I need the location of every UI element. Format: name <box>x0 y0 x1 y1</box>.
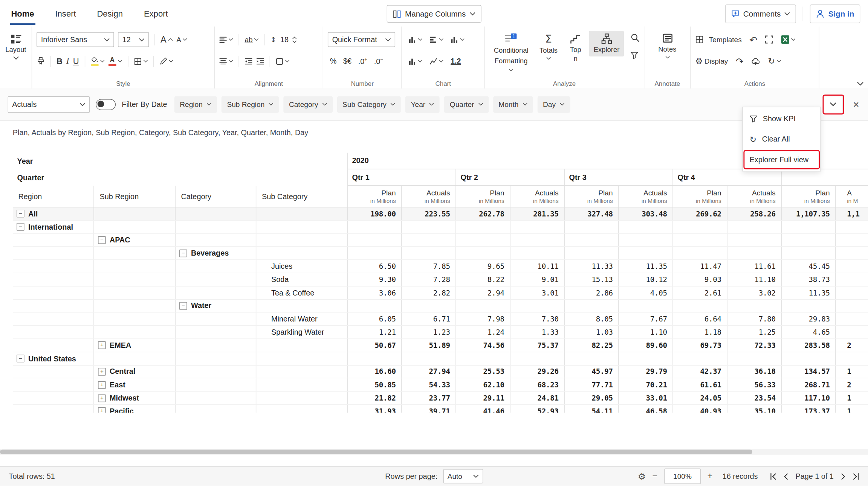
next-page-button[interactable] <box>840 473 847 480</box>
menu-item-label: Explorer Full view <box>750 155 809 164</box>
collapse-icon[interactable]: − <box>17 223 24 231</box>
filter-pill-day[interactable]: Day <box>537 96 570 113</box>
filter-pill-month[interactable]: Month <box>493 96 533 113</box>
search-icon[interactable] <box>631 33 640 42</box>
horizontal-align-button[interactable] <box>219 57 233 65</box>
collapse-icon[interactable]: − <box>98 236 106 244</box>
layout-button[interactable]: Layout <box>5 32 27 61</box>
clear-format-button[interactable] <box>159 57 173 65</box>
font-size-select[interactable]: 12 <box>118 32 149 47</box>
measure-select[interactable]: Actuals <box>8 96 90 113</box>
first-page-button[interactable] <box>770 473 776 480</box>
underline-button[interactable]: U <box>73 56 79 66</box>
value-cell <box>348 234 402 246</box>
spark-chart-button[interactable] <box>408 57 422 65</box>
tab-design[interactable]: Design <box>96 2 124 25</box>
last-page-button[interactable] <box>853 473 859 480</box>
filter-pill-category[interactable]: Category <box>283 96 332 113</box>
filter-pill-region[interactable]: Region <box>174 96 217 113</box>
sign-in-button[interactable]: Sign in <box>810 5 860 23</box>
redo-icon[interactable]: ↷ <box>736 56 744 67</box>
previous-page-button[interactable] <box>783 473 789 480</box>
zoom-in-button[interactable]: + <box>708 471 713 481</box>
value-cell: 1.18 <box>673 326 727 338</box>
line-chart-button[interactable] <box>429 57 443 65</box>
collapse-ribbon-icon[interactable] <box>857 82 864 85</box>
fill-color-button[interactable] <box>91 56 105 66</box>
rows-per-page-select[interactable]: Auto <box>443 469 483 483</box>
column-chart-button[interactable] <box>408 36 422 44</box>
totals-button[interactable]: Σ Totals <box>535 31 562 61</box>
filter-pill-year[interactable]: Year <box>405 96 440 113</box>
indent-button[interactable] <box>256 57 264 65</box>
collapse-icon[interactable]: − <box>17 210 24 218</box>
collapse-icon[interactable]: − <box>179 302 187 310</box>
conditional-formatting-button[interactable]: Conditional Formatting <box>489 31 533 76</box>
dim-cell <box>94 300 176 312</box>
collapse-icon[interactable]: − <box>179 249 187 257</box>
abbreviate-button[interactable]: ab <box>245 35 258 44</box>
row-height-stepper[interactable] <box>292 36 297 43</box>
currency-button[interactable]: $€ <box>343 57 351 65</box>
scrollbar-thumb[interactable] <box>0 450 753 454</box>
format-painter-button[interactable] <box>37 57 45 65</box>
gear-icon: ⚙ <box>695 56 703 66</box>
expand-icon[interactable]: + <box>98 394 106 402</box>
zoom-level[interactable]: 100% <box>664 469 701 484</box>
decrease-font-button[interactable]: A <box>176 35 187 44</box>
value-cell: 134.57 <box>782 366 836 378</box>
filter-pill-sub-region[interactable]: Sub Region <box>222 96 279 113</box>
decimal-display-button[interactable]: 1.2 <box>451 57 461 65</box>
outdent-button[interactable] <box>245 57 252 65</box>
expand-icon[interactable]: + <box>98 368 106 376</box>
expand-icon[interactable]: + <box>98 407 106 413</box>
columns-icon <box>393 10 401 18</box>
settings-gear-icon[interactable]: ⚙ <box>638 471 646 481</box>
comments-button[interactable]: Comments <box>725 5 796 23</box>
undo-icon[interactable]: ↶ <box>749 34 757 45</box>
filter-icon[interactable] <box>631 52 639 59</box>
close-explorer-button[interactable]: × <box>852 98 860 110</box>
refresh-button[interactable]: ↻ <box>768 56 781 66</box>
tab-home[interactable]: Home <box>10 2 35 25</box>
filter-pill-sub-category[interactable]: Sub Category <box>337 96 401 113</box>
quick-format-select[interactable]: Quick Format <box>328 32 395 47</box>
increase-decimal-button[interactable]: .0+ <box>358 56 367 66</box>
menu-item-explorer-full-view[interactable]: Explorer Full view <box>743 149 821 170</box>
row-height-value[interactable]: 18 <box>280 35 289 44</box>
tab-export[interactable]: Export <box>143 2 169 25</box>
pill-label: Month <box>498 100 518 108</box>
display-button[interactable]: ⚙Display <box>695 56 728 66</box>
borders-button[interactable] <box>134 57 148 65</box>
filter-by-date-toggle[interactable] <box>96 99 116 110</box>
menu-item-clear-all[interactable]: ↻Clear All <box>743 129 821 149</box>
cloud-upload-icon[interactable] <box>751 57 760 65</box>
manage-columns-button[interactable]: Manage Columns <box>387 5 481 23</box>
combo-chart-button[interactable] <box>451 36 465 44</box>
font-name-select[interactable]: Inforiver Sans <box>37 32 114 47</box>
column-header-sub-category: Sub Category <box>256 186 347 207</box>
tab-insert[interactable]: Insert <box>54 2 77 25</box>
explorer-options-button[interactable] <box>824 95 843 113</box>
expand-icon[interactable]: + <box>98 341 106 349</box>
export-excel-button[interactable] <box>781 35 795 44</box>
percent-button[interactable]: % <box>330 57 337 65</box>
templates-button[interactable]: Templates <box>695 35 742 44</box>
collapse-icon[interactable]: − <box>17 355 24 363</box>
bar-chart-button[interactable] <box>429 36 443 44</box>
zoom-out-button[interactable]: − <box>653 471 658 481</box>
menu-item-show-kpi[interactable]: Show KPI <box>743 108 821 129</box>
increase-font-button[interactable]: A <box>160 35 173 44</box>
vertical-align-button[interactable] <box>219 36 233 44</box>
font-color-button[interactable]: A <box>108 56 122 66</box>
cell-style-button[interactable] <box>276 57 290 65</box>
notes-button[interactable]: Notes <box>649 31 686 60</box>
decrease-decimal-button[interactable]: .0− <box>374 56 383 66</box>
italic-button[interactable]: I <box>66 56 69 66</box>
frame-icon[interactable] <box>765 35 773 44</box>
expand-icon[interactable]: + <box>98 381 106 389</box>
bold-button[interactable]: B <box>57 56 63 66</box>
explorer-button[interactable]: Explorer <box>589 31 624 56</box>
top-n-button[interactable]: Top n <box>564 31 587 65</box>
filter-pill-quarter[interactable]: Quarter <box>444 96 489 113</box>
